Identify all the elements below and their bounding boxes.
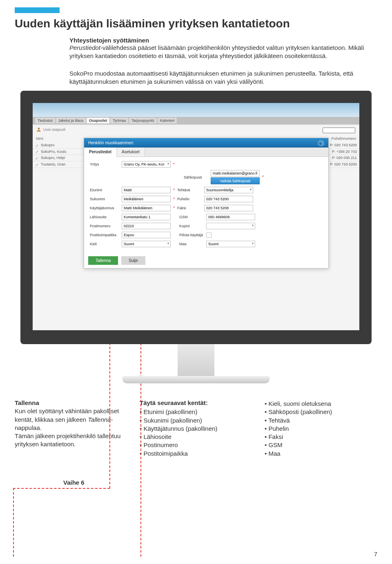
col-phone: Puhelinnumero [331,137,356,141]
tab-tyomaa[interactable]: Työmaa [110,118,128,123]
row-name: Tuotanto, Gran [41,162,65,166]
tehtava-input[interactable] [204,187,253,193]
new-user-label: Uusi osapuoli [43,128,65,132]
list-item: Postinumero [140,441,252,449]
label-postinumero: Postinumero [90,224,119,228]
list-item: Faksi [265,433,377,441]
row-phone: P: 020 035 211 [332,156,357,160]
row-name: Sokopro [41,143,55,147]
label-sahkoposti: Sähköposti [184,175,208,179]
user-icon [36,127,42,132]
row-name: Sokopro, Helpi [41,156,65,160]
label-postitoimipaikka: Postitoimipaikka [90,233,119,237]
new-user-button[interactable]: Uusi osapuoli [33,125,69,134]
step6-label: Vaihe 6 [63,479,85,486]
tab-asetukset[interactable]: Asetukset [117,148,145,157]
svg-point-0 [38,128,40,130]
monitor: Tiedostot Jakelut ja tilaus Osapuolet Ty… [20,91,372,383]
sulje-button[interactable]: Sulje [121,256,145,265]
label-maa: Maa [179,242,204,246]
pencil-icon [35,163,39,167]
list-item: Maa [265,450,377,458]
etunimi-input[interactable] [122,187,171,193]
row-phone: P: 020 743 5200 [330,162,357,167]
col3-list: Kieli, suomi oletuksena Sähköposti (pako… [265,400,377,458]
lahiosoite-input[interactable] [122,214,171,220]
pencil-icon [35,156,39,160]
app-window: Tiedostot Jakelut ja tilaus Osapuolet Ty… [33,103,359,330]
piilota-checkbox[interactable] [206,233,212,238]
list-item: Kieli, suomi oletuksena [265,400,377,408]
search-row [323,128,355,133]
pencil-icon [35,143,39,148]
faksi-input[interactable] [204,205,253,211]
col-extra: Kieli, suomi oletuksena Sähköposti (pako… [265,399,377,458]
connector-line [13,488,110,489]
label-puhelin: Puhelin [177,197,202,201]
tab-perustiedot[interactable]: Perustiedot [84,148,117,157]
postinumero-input[interactable] [122,223,171,229]
monitor-stand-base [122,376,270,383]
label-yritys: Yritys [90,162,119,166]
modal-title-bar: Henkilön muokkaaminen: [84,138,328,148]
label-tehtava: Tehtävä [177,188,202,192]
monitor-bezel: Tiedostot Jakelut ja tilaus Osapuolet Ty… [20,91,372,344]
label-kopiot: Kopiot [179,224,204,228]
edit-person-modal: Henkilön muokkaaminen: Perustiedot Asetu… [84,138,329,269]
maa-input[interactable] [206,241,255,247]
label-kayttajatunnus: Käyttäjätunnus [90,206,119,210]
row-phone: P: 020 743 5200 [330,143,357,148]
page-number: 7 [374,551,377,557]
page-title: Uuden käyttäjän lisääminen yrityksen kan… [15,17,377,30]
modal-body: Yritys * Sähköposti Vaihda Sähköposti * [84,157,328,253]
list-item: GSM [265,441,377,449]
intro-paragraph: Perustiedot-välilehdessä pääset lisäämää… [69,44,370,60]
sahkoposti-input[interactable] [211,170,260,177]
pencil-icon [35,150,39,154]
list-item: Sukunimi (pakollinen) [140,416,252,425]
col1-text1: Kun olet syöttänyt vähintään pakolliset … [15,407,127,432]
search-input[interactable] [323,128,355,133]
col1-title: Tallenna [15,399,127,407]
list-item: Etunimi (pakollinen) [140,408,252,416]
col-tayta: Täytä seuraavat kentät: Etunimi (pakolli… [140,399,252,458]
list-item: Sähköposti (pakollinen) [265,408,377,416]
accent-bar [15,7,60,13]
gsm-input[interactable] [206,214,255,220]
step5-text: SokoPro muodostaa automaattisesti käyttä… [69,69,370,86]
puhelin-input[interactable] [204,196,253,202]
modal-tabs: Perustiedot Asetukset [84,148,328,157]
monitor-stand-neck [178,344,214,376]
intro-italic: Perustiedot [69,44,100,51]
sukunimi-input[interactable] [122,196,171,202]
label-piilota: Piilota käyttäjä [179,233,204,237]
vaihda-sahkoposti-button[interactable]: Vaihda Sähköposti [211,177,260,184]
tab-tiedostot[interactable]: Tiedostot [35,118,55,123]
intro-subheading: Yhteystietojen syöttäminen [69,37,370,44]
tab-osapuolet[interactable]: Osapuolet [87,118,109,123]
kieli-input[interactable] [122,241,171,247]
col2-list: Etunimi (pakollinen) Sukunimi (pakolline… [140,408,252,458]
postitoimipaikka-input[interactable] [122,232,171,238]
bottom-columns: Tallenna Kun olet syöttänyt vähintään pa… [15,399,377,458]
yritys-input[interactable] [122,161,171,168]
list-item: Tehtävä [265,416,377,425]
label-kieli: Kieli [90,242,119,246]
tab-jakelut[interactable]: Jakelut ja tilaus [56,118,86,123]
tab-tarjouspyynto[interactable]: Tarjouspyyntö [129,118,157,123]
label-sukunimi: Sukunimi [90,197,119,201]
tab-kalenteri[interactable]: Kalenteri [158,118,177,123]
modal-footer: Tallenna Sulje [84,253,328,268]
label-gsm: GSM [179,215,204,219]
col1-text2: Tämän jälkeen projektihenkilö tallentuu … [15,432,127,449]
tallenna-button[interactable]: Tallenna [88,256,118,265]
kopiot-input[interactable] [206,223,255,229]
row-name: SokoPro, Koulu [41,150,67,154]
list-item: Lähiosoite [140,433,252,441]
label-faksi: Faksi [177,206,202,210]
sky-banner [33,103,359,117]
required-star: * [173,162,175,167]
kayttajatunnus-input[interactable] [122,205,171,211]
connector-line [13,488,14,557]
intro-rest: -välilehdessä pääset lisäämään projektih… [69,44,364,59]
